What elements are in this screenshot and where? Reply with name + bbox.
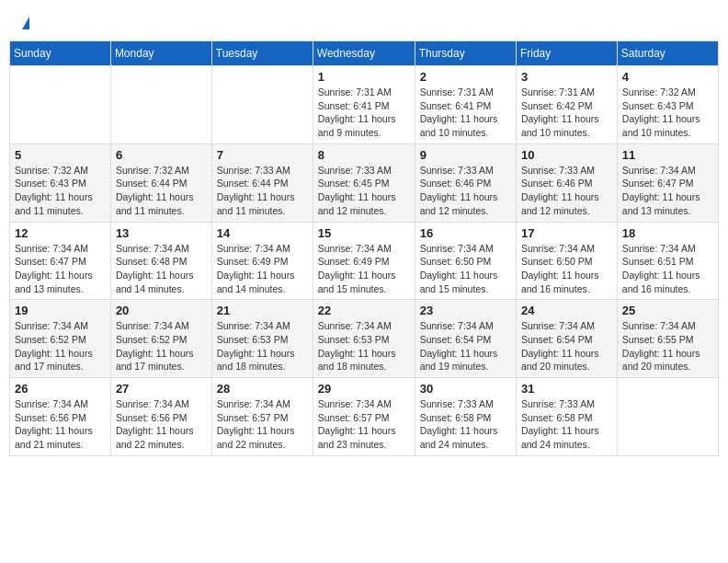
day-info: Sunrise: 7:34 AM Sunset: 6:52 PM Dayligh… — [15, 319, 106, 373]
calendar-day-cell: 29Sunrise: 7:34 AM Sunset: 6:57 PM Dayli… — [313, 378, 415, 456]
calendar-body: 1Sunrise: 7:31 AM Sunset: 6:41 PM Daylig… — [10, 66, 719, 456]
calendar-day-cell: 7Sunrise: 7:33 AM Sunset: 6:44 PM Daylig… — [211, 144, 313, 222]
day-info: Sunrise: 7:34 AM Sunset: 6:49 PM Dayligh… — [318, 242, 410, 296]
calendar-week-row: 5Sunrise: 7:32 AM Sunset: 6:43 PM Daylig… — [10, 144, 719, 222]
calendar-day-cell: 21Sunrise: 7:34 AM Sunset: 6:53 PM Dayli… — [211, 300, 313, 378]
day-info: Sunrise: 7:34 AM Sunset: 6:53 PM Dayligh… — [318, 319, 410, 373]
calendar-day-cell: 5Sunrise: 7:32 AM Sunset: 6:43 PM Daylig… — [10, 144, 111, 222]
day-number: 3 — [521, 70, 612, 84]
day-number: 25 — [622, 304, 713, 317]
day-info: Sunrise: 7:31 AM Sunset: 6:41 PM Dayligh… — [318, 86, 410, 140]
calendar-week-row: 19Sunrise: 7:34 AM Sunset: 6:52 PM Dayli… — [10, 300, 719, 378]
day-number: 15 — [318, 226, 410, 240]
day-number: 11 — [622, 148, 713, 162]
calendar-day-cell: 1Sunrise: 7:31 AM Sunset: 6:41 PM Daylig… — [313, 66, 415, 144]
day-info: Sunrise: 7:34 AM Sunset: 6:57 PM Dayligh… — [318, 397, 410, 452]
calendar-day-cell: 14Sunrise: 7:34 AM Sunset: 6:49 PM Dayli… — [211, 222, 313, 300]
calendar-day-cell: 24Sunrise: 7:34 AM Sunset: 6:54 PM Dayli… — [516, 300, 617, 378]
day-info: Sunrise: 7:33 AM Sunset: 6:58 PM Dayligh… — [420, 397, 511, 452]
day-number: 19 — [15, 304, 106, 317]
day-info: Sunrise: 7:34 AM Sunset: 6:48 PM Dayligh… — [116, 242, 207, 296]
day-of-week-header: Thursday — [415, 41, 516, 66]
day-of-week-header: Friday — [516, 41, 617, 66]
calendar-day-cell — [110, 66, 211, 144]
day-info: Sunrise: 7:34 AM Sunset: 6:56 PM Dayligh… — [15, 397, 106, 452]
calendar-day-cell: 3Sunrise: 7:31 AM Sunset: 6:42 PM Daylig… — [516, 66, 617, 144]
day-info: Sunrise: 7:31 AM Sunset: 6:41 PM Dayligh… — [420, 86, 511, 140]
day-info: Sunrise: 7:33 AM Sunset: 6:46 PM Dayligh… — [521, 164, 612, 218]
day-number: 17 — [521, 226, 612, 240]
day-info: Sunrise: 7:32 AM Sunset: 6:43 PM Dayligh… — [15, 164, 106, 218]
day-info: Sunrise: 7:34 AM Sunset: 6:47 PM Dayligh… — [15, 242, 106, 296]
day-number: 2 — [420, 70, 511, 84]
day-number: 16 — [420, 226, 511, 240]
day-number: 26 — [15, 382, 106, 396]
day-number: 23 — [420, 304, 511, 317]
calendar-week-row: 1Sunrise: 7:31 AM Sunset: 6:41 PM Daylig… — [10, 66, 719, 144]
calendar-day-cell — [10, 66, 111, 144]
calendar-day-cell: 22Sunrise: 7:34 AM Sunset: 6:53 PM Dayli… — [313, 300, 415, 378]
calendar-day-cell — [211, 66, 313, 144]
day-info: Sunrise: 7:34 AM Sunset: 6:51 PM Dayligh… — [622, 242, 713, 296]
calendar-day-cell: 18Sunrise: 7:34 AM Sunset: 6:51 PM Dayli… — [617, 222, 718, 300]
day-info: Sunrise: 7:34 AM Sunset: 6:47 PM Dayligh… — [622, 164, 713, 218]
calendar-day-cell: 28Sunrise: 7:34 AM Sunset: 6:57 PM Dayli… — [211, 378, 313, 456]
day-info: Sunrise: 7:33 AM Sunset: 6:45 PM Dayligh… — [318, 164, 410, 218]
calendar-day-cell: 19Sunrise: 7:34 AM Sunset: 6:52 PM Dayli… — [10, 300, 111, 378]
day-of-week-header: Wednesday — [313, 41, 415, 66]
day-number: 9 — [420, 148, 511, 162]
day-number: 29 — [318, 382, 410, 396]
day-of-week-header: Saturday — [617, 41, 718, 66]
day-number: 14 — [217, 226, 308, 240]
day-info: Sunrise: 7:31 AM Sunset: 6:42 PM Dayligh… — [521, 86, 612, 140]
calendar-day-cell: 9Sunrise: 7:33 AM Sunset: 6:46 PM Daylig… — [415, 144, 516, 222]
calendar-day-cell: 4Sunrise: 7:32 AM Sunset: 6:43 PM Daylig… — [617, 66, 718, 144]
day-info: Sunrise: 7:34 AM Sunset: 6:53 PM Dayligh… — [217, 319, 308, 373]
day-info: Sunrise: 7:34 AM Sunset: 6:56 PM Dayligh… — [116, 397, 207, 452]
calendar-day-cell: 30Sunrise: 7:33 AM Sunset: 6:58 PM Dayli… — [415, 378, 516, 456]
calendar-day-cell: 27Sunrise: 7:34 AM Sunset: 6:56 PM Dayli… — [110, 378, 211, 456]
calendar-day-cell: 15Sunrise: 7:34 AM Sunset: 6:49 PM Dayli… — [313, 222, 415, 300]
calendar-week-row: 12Sunrise: 7:34 AM Sunset: 6:47 PM Dayli… — [10, 222, 719, 300]
day-number: 20 — [116, 304, 207, 317]
calendar-day-cell: 16Sunrise: 7:34 AM Sunset: 6:50 PM Dayli… — [415, 222, 516, 300]
calendar-header: SundayMondayTuesdayWednesdayThursdayFrid… — [10, 41, 719, 66]
day-of-week-header: Sunday — [10, 41, 111, 66]
day-info: Sunrise: 7:34 AM Sunset: 6:50 PM Dayligh… — [420, 242, 511, 296]
day-number: 13 — [116, 226, 207, 240]
calendar-day-cell: 25Sunrise: 7:34 AM Sunset: 6:55 PM Dayli… — [617, 300, 718, 378]
calendar-day-cell: 31Sunrise: 7:33 AM Sunset: 6:58 PM Dayli… — [516, 378, 617, 456]
calendar-day-cell: 13Sunrise: 7:34 AM Sunset: 6:48 PM Dayli… — [110, 222, 211, 300]
logo-triangle-icon — [22, 17, 29, 29]
day-info: Sunrise: 7:34 AM Sunset: 6:50 PM Dayligh… — [521, 242, 612, 296]
calendar-day-cell: 8Sunrise: 7:33 AM Sunset: 6:45 PM Daylig… — [313, 144, 415, 222]
calendar-week-row: 26Sunrise: 7:34 AM Sunset: 6:56 PM Dayli… — [10, 378, 719, 456]
calendar-day-cell: 23Sunrise: 7:34 AM Sunset: 6:54 PM Dayli… — [415, 300, 516, 378]
calendar-day-cell: 17Sunrise: 7:34 AM Sunset: 6:50 PM Dayli… — [516, 222, 617, 300]
day-info: Sunrise: 7:34 AM Sunset: 6:54 PM Dayligh… — [420, 319, 511, 373]
day-info: Sunrise: 7:34 AM Sunset: 6:49 PM Dayligh… — [217, 242, 308, 296]
page-header — [9, 9, 719, 35]
calendar-day-cell: 2Sunrise: 7:31 AM Sunset: 6:41 PM Daylig… — [415, 66, 516, 144]
calendar-day-cell: 10Sunrise: 7:33 AM Sunset: 6:46 PM Dayli… — [516, 144, 617, 222]
day-info: Sunrise: 7:33 AM Sunset: 6:44 PM Dayligh… — [217, 164, 308, 218]
day-info: Sunrise: 7:34 AM Sunset: 6:57 PM Dayligh… — [217, 397, 308, 452]
calendar-table: SundayMondayTuesdayWednesdayThursdayFrid… — [9, 40, 719, 456]
day-number: 30 — [420, 382, 511, 396]
day-number: 18 — [622, 226, 713, 240]
day-number: 1 — [318, 70, 410, 84]
calendar-day-cell: 11Sunrise: 7:34 AM Sunset: 6:47 PM Dayli… — [617, 144, 718, 222]
day-info: Sunrise: 7:32 AM Sunset: 6:44 PM Dayligh… — [116, 164, 207, 218]
day-number: 28 — [217, 382, 308, 396]
day-number: 5 — [15, 148, 106, 162]
day-of-week-header: Tuesday — [211, 41, 313, 66]
calendar-day-cell: 20Sunrise: 7:34 AM Sunset: 6:52 PM Dayli… — [110, 300, 211, 378]
day-number: 6 — [116, 148, 207, 162]
day-info: Sunrise: 7:34 AM Sunset: 6:55 PM Dayligh… — [622, 319, 713, 373]
calendar-day-cell — [617, 378, 718, 456]
day-number: 8 — [318, 148, 410, 162]
day-number: 24 — [521, 304, 612, 317]
days-of-week-row: SundayMondayTuesdayWednesdayThursdayFrid… — [10, 41, 719, 66]
day-info: Sunrise: 7:33 AM Sunset: 6:58 PM Dayligh… — [521, 397, 612, 452]
day-number: 4 — [622, 70, 713, 84]
